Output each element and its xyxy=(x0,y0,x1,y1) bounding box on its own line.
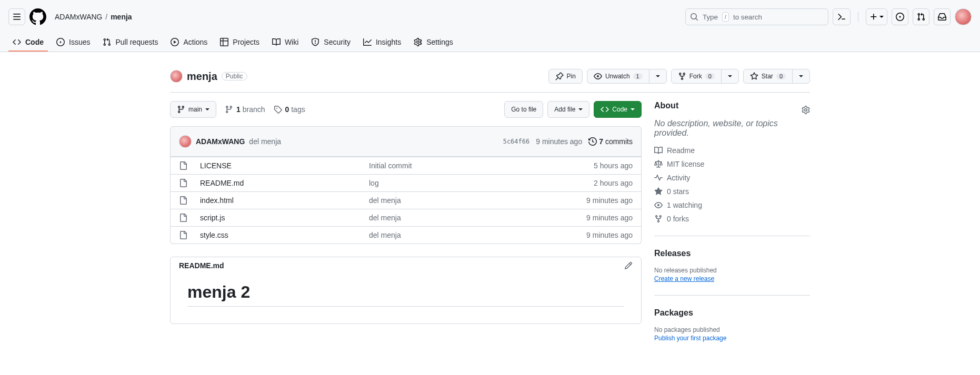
star-icon xyxy=(654,187,663,196)
notifications-button[interactable] xyxy=(934,8,951,25)
commit-author[interactable]: ADAMxWANG xyxy=(196,137,245,146)
search-placeholder-pre: Type xyxy=(703,13,718,21)
shield-icon xyxy=(311,38,319,46)
tab-settings[interactable]: Settings xyxy=(409,34,457,52)
search-icon xyxy=(690,13,698,21)
fork-button[interactable]: Fork 0 xyxy=(671,69,722,84)
search-input[interactable]: Type / to search xyxy=(685,8,828,25)
repo-avatar xyxy=(170,70,183,83)
user-avatar[interactable] xyxy=(955,8,972,25)
git-branch-icon xyxy=(177,105,185,114)
about-description: No description, website, or topics provi… xyxy=(654,119,810,138)
file-commit-msg[interactable]: del menja xyxy=(369,196,538,205)
file-name[interactable]: script.js xyxy=(200,214,369,222)
tags-link[interactable]: 0 tags xyxy=(274,105,305,114)
pencil-icon xyxy=(624,261,633,270)
issue-opened-icon xyxy=(896,13,904,21)
inbox-icon xyxy=(938,13,946,21)
star-count: 0 xyxy=(776,73,786,79)
breadcrumb-repo[interactable]: menja xyxy=(111,13,132,21)
publish-package-link[interactable]: Publish your first package xyxy=(654,335,726,342)
github-logo[interactable] xyxy=(29,8,46,25)
breadcrumb-owner[interactable]: ADAMxWANG xyxy=(55,13,102,21)
global-header: ADAMxWANG / menja Type / to search xyxy=(0,0,980,34)
chevron-down-icon xyxy=(578,108,583,110)
book-icon xyxy=(272,38,281,46)
star-dropdown[interactable] xyxy=(792,69,810,84)
about-activity-link[interactable]: Activity xyxy=(654,174,810,182)
file-name[interactable]: LICENSE xyxy=(200,161,369,170)
command-palette-button[interactable] xyxy=(833,8,851,25)
file-row: index.htmldel menja9 minutes ago xyxy=(171,191,641,209)
search-placeholder-post: to search xyxy=(733,13,762,21)
book-icon xyxy=(654,146,663,155)
tab-pulls[interactable]: Pull requests xyxy=(98,34,162,52)
create-new-button[interactable] xyxy=(866,8,887,25)
tab-wiki[interactable]: Wiki xyxy=(268,34,303,52)
file-name[interactable]: README.md xyxy=(200,179,369,187)
tab-actions[interactable]: Actions xyxy=(166,34,212,52)
plus-icon xyxy=(869,13,878,21)
about-forks-link[interactable]: 0 forks xyxy=(654,215,810,223)
edit-readme-button[interactable] xyxy=(624,261,633,270)
file-commit-msg[interactable]: del menja xyxy=(369,231,538,239)
about-license-link[interactable]: MIT license xyxy=(654,160,810,168)
eye-icon xyxy=(654,201,663,209)
commits-link[interactable]: 7 commits xyxy=(588,137,633,146)
watch-count: 1 xyxy=(633,73,643,79)
add-file-button[interactable]: Add file xyxy=(547,101,589,118)
branch-switcher[interactable]: main xyxy=(170,101,216,118)
pulse-icon xyxy=(654,174,663,182)
eye-icon xyxy=(594,72,602,80)
tab-code[interactable]: Code xyxy=(8,34,48,52)
fork-dropdown[interactable] xyxy=(721,69,739,84)
commit-author-avatar[interactable] xyxy=(179,135,192,148)
file-commit-msg[interactable]: Initial commit xyxy=(369,161,538,170)
file-commit-msg[interactable]: log xyxy=(369,179,538,187)
chevron-down-icon xyxy=(728,75,732,77)
edit-about-button[interactable] xyxy=(802,106,810,114)
branches-link[interactable]: 1 branch xyxy=(225,105,265,114)
commit-time[interactable]: 9 minutes ago xyxy=(536,137,582,146)
file-row: LICENSEInitial commit5 hours ago xyxy=(171,157,641,174)
pin-icon xyxy=(555,72,564,80)
goto-file-button[interactable]: Go to file xyxy=(504,101,543,118)
tab-issues[interactable]: Issues xyxy=(52,34,94,52)
pin-button[interactable]: Pin xyxy=(548,69,583,84)
file-name[interactable]: style.css xyxy=(200,231,369,239)
file-name[interactable]: index.html xyxy=(200,196,369,205)
commit-sha[interactable]: 5c64f66 xyxy=(503,138,530,145)
git-pull-request-icon xyxy=(103,38,111,46)
chevron-down-icon xyxy=(656,75,660,77)
code-icon xyxy=(13,38,21,46)
commit-message[interactable]: del menja xyxy=(249,137,281,146)
issues-button[interactable] xyxy=(892,8,908,25)
unwatch-dropdown[interactable] xyxy=(649,69,667,84)
tab-security[interactable]: Security xyxy=(307,34,355,52)
git-pull-request-icon xyxy=(917,13,925,21)
repo-title[interactable]: menja xyxy=(187,70,217,83)
tab-projects[interactable]: Projects xyxy=(216,34,264,52)
create-release-link[interactable]: Create a new release xyxy=(654,275,714,282)
file-icon xyxy=(179,214,187,222)
unwatch-button[interactable]: Unwatch 1 xyxy=(587,69,649,84)
issue-opened-icon xyxy=(56,38,65,46)
file-commit-msg[interactable]: del menja xyxy=(369,214,538,222)
readme-box: README.md menja 2 xyxy=(170,257,642,324)
about-readme-link[interactable]: Readme xyxy=(654,146,810,155)
file-time: 9 minutes ago xyxy=(538,231,633,239)
three-bars-icon xyxy=(13,13,21,21)
about-watching-link[interactable]: 1 watching xyxy=(654,201,810,209)
pull-requests-button[interactable] xyxy=(913,8,929,25)
table-icon xyxy=(220,38,228,46)
packages-title: Packages xyxy=(654,308,810,318)
about-stars-link[interactable]: 0 stars xyxy=(654,187,810,196)
hamburger-button[interactable] xyxy=(8,8,25,25)
file-row: script.jsdel menja9 minutes ago xyxy=(171,209,641,226)
code-download-button[interactable]: Code xyxy=(594,101,642,118)
star-button[interactable]: Star 0 xyxy=(743,69,793,84)
packages-none: No packages published xyxy=(654,326,810,333)
law-icon xyxy=(654,160,663,168)
tab-insights[interactable]: Insights xyxy=(359,34,405,52)
readme-filename[interactable]: README.md xyxy=(179,261,224,270)
